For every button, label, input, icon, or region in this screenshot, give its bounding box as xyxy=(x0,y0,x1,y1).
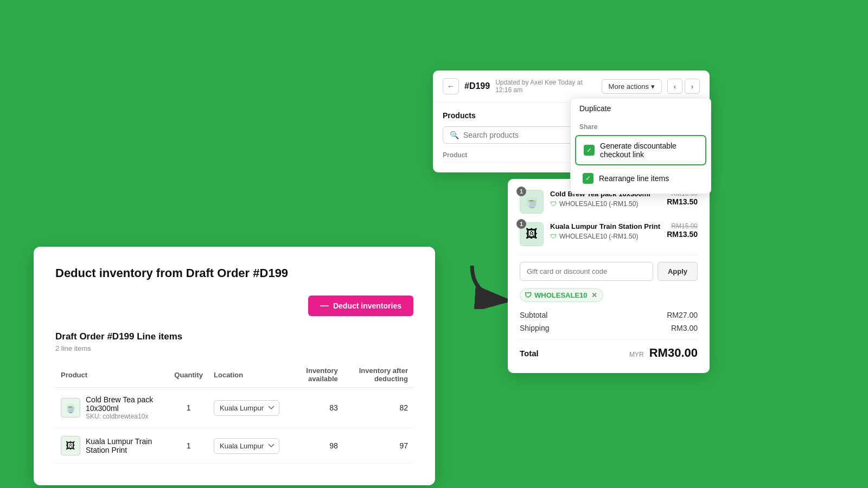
total-currency: MYR xyxy=(629,351,644,358)
next-arrow-button[interactable]: › xyxy=(685,79,700,94)
deduct-inventory-panel: Deduct inventory from Draft Order #D199 … xyxy=(34,247,435,485)
inventory-available-1: 83 xyxy=(285,388,343,428)
check-icon: ✓ xyxy=(584,145,595,156)
more-actions-dropdown: Duplicate Share ✓ Generate discountable … xyxy=(570,98,711,194)
total-row: Total MYR RM30.00 xyxy=(520,339,698,360)
discount-code-2: WHOLESALE10 (-RM1.50) xyxy=(559,233,638,240)
order-detail-panel: ← #D199 Updated by Axel Kee Today at 12:… xyxy=(433,70,710,172)
line-items-title: Draft Order #D199 Line items xyxy=(55,331,413,342)
remove-discount-button[interactable]: ✕ xyxy=(591,291,597,299)
gift-card-input[interactable] xyxy=(520,262,653,281)
col-product: Product xyxy=(55,362,169,388)
col-location: Location xyxy=(208,362,285,388)
summary-product-img-1: 1 🍵 xyxy=(520,190,544,214)
discount-tag-row: 🛡 WHOLESALE10 ✕ xyxy=(520,288,698,302)
deduct-inventories-button[interactable]: — Deduct inventories xyxy=(308,296,413,316)
order-updated-text: Updated by Axel Kee Today at 12:16 am xyxy=(495,79,596,94)
location-select-2[interactable]: Kuala Lumpur xyxy=(214,438,279,454)
shipping-value: RM3.00 xyxy=(671,324,698,332)
col-inventory-available: Inventory available xyxy=(285,362,343,388)
order-id: #D199 xyxy=(464,81,490,91)
inventory-after-1: 82 xyxy=(343,388,413,428)
apply-button[interactable]: Apply xyxy=(658,262,698,281)
location-cell-2[interactable]: Kuala Lumpur xyxy=(208,428,285,464)
product-cell-2: 🖼 Kuala Lumpur Train Station Print xyxy=(61,436,163,455)
line-items-table: Product Quantity Location Inventory avai… xyxy=(55,362,413,464)
active-discount-tag: 🛡 WHOLESALE10 ✕ xyxy=(520,288,603,302)
total-amount: RM30.00 xyxy=(649,346,698,359)
col-inventory-after: Inventory after deducting xyxy=(343,362,413,388)
divider-1 xyxy=(520,255,698,255)
chevron-down-icon: ▾ xyxy=(651,82,655,91)
quantity-1: 1 xyxy=(169,388,208,428)
location-cell-1[interactable]: Kuala Lumpur xyxy=(208,388,285,428)
discount-code-active: WHOLESALE10 xyxy=(534,291,588,299)
price-discounted-1: RM13.50 xyxy=(667,197,698,206)
shield-icon-1: 🛡 xyxy=(550,200,557,208)
dropdown-rearrange[interactable]: ✓ Rearrange line items xyxy=(575,168,706,189)
search-icon: 🔍 xyxy=(450,131,459,139)
table-row: 🖼 Kuala Lumpur Train Station Print 1 Kua… xyxy=(55,428,413,464)
deduct-btn-label: Deduct inventories xyxy=(333,301,401,310)
inventory-available-2: 98 xyxy=(285,428,343,464)
shipping-label: Shipping xyxy=(520,324,550,332)
dropdown-generate-link[interactable]: ✓ Generate discountable checkout link xyxy=(575,135,706,165)
summary-product-img-2: 1 🖼 xyxy=(520,222,544,246)
discount-code-1: WHOLESALE10 (-RM1.50) xyxy=(559,200,638,208)
generate-link-label: Generate discountable checkout link xyxy=(600,142,698,159)
dropdown-duplicate[interactable]: Duplicate xyxy=(571,98,711,119)
summary-discount-row-1: 🛡 WHOLESALE10 (-RM1.50) xyxy=(550,200,660,208)
total-amount-container: MYR RM30.00 xyxy=(629,346,698,360)
more-actions-button[interactable]: More actions ▾ xyxy=(602,79,662,94)
product-image-1: 🍵 xyxy=(61,398,80,418)
quantity-2: 1 xyxy=(169,428,208,464)
subtotal-label: Subtotal xyxy=(520,311,547,319)
location-select-1[interactable]: Kuala Lumpur xyxy=(214,400,279,416)
line-items-subtitle: 2 line items xyxy=(55,344,413,352)
gift-card-row: Apply xyxy=(520,262,698,281)
qty-badge-2: 1 xyxy=(516,219,526,229)
product-sku-1: SKU: coldbrewtea10x xyxy=(86,413,163,420)
order-summary-panel: 1 🍵 Cold Brew Tea pack 10x300ml 🛡 WHOLES… xyxy=(508,179,710,373)
subtotal-value: RM27.00 xyxy=(667,311,698,319)
back-button[interactable]: ← xyxy=(443,78,459,94)
product-name-1: Cold Brew Tea pack 10x300ml xyxy=(86,395,163,413)
total-label: Total xyxy=(520,349,539,358)
shield-icon-3: 🛡 xyxy=(525,291,532,299)
col-quantity: Quantity xyxy=(169,362,208,388)
price-discounted-2: RM13.50 xyxy=(667,230,698,239)
summary-product-name-2: Kuala Lumpur Train Station Print xyxy=(550,222,660,230)
product-name-2: Kuala Lumpur Train Station Print xyxy=(86,437,163,454)
check-icon-2: ✓ xyxy=(583,173,593,184)
rearrange-label: Rearrange line items xyxy=(599,174,669,183)
shipping-row: Shipping RM3.00 xyxy=(520,324,698,332)
table-row: 🍵 Cold Brew Tea pack 10x300ml SKU: coldb… xyxy=(55,388,413,428)
product-image-2: 🖼 xyxy=(61,436,80,455)
more-actions-label: More actions xyxy=(609,82,649,91)
deduct-panel-title: Deduct inventory from Draft Order #D199 xyxy=(55,266,413,280)
summary-discount-row-2: 🛡 WHOLESALE10 (-RM1.50) xyxy=(550,233,660,240)
summary-product-info-2: Kuala Lumpur Train Station Print 🛡 WHOLE… xyxy=(550,222,660,240)
minus-icon: — xyxy=(320,301,329,311)
qty-badge-1: 1 xyxy=(516,187,526,196)
summary-product-row-2: 1 🖼 Kuala Lumpur Train Station Print 🛡 W… xyxy=(520,222,698,246)
subtotal-row: Subtotal RM27.00 xyxy=(520,311,698,319)
dropdown-share-label: Share xyxy=(571,119,711,133)
price-original-2: RM15.00 xyxy=(667,222,698,230)
inventory-after-2: 97 xyxy=(343,428,413,464)
shield-icon-2: 🛡 xyxy=(550,233,557,240)
prev-arrow-button[interactable]: ‹ xyxy=(667,79,682,94)
product-cell-1: 🍵 Cold Brew Tea pack 10x300ml SKU: coldb… xyxy=(61,395,163,420)
summary-prices-2: RM15.00 RM13.50 xyxy=(667,222,698,239)
